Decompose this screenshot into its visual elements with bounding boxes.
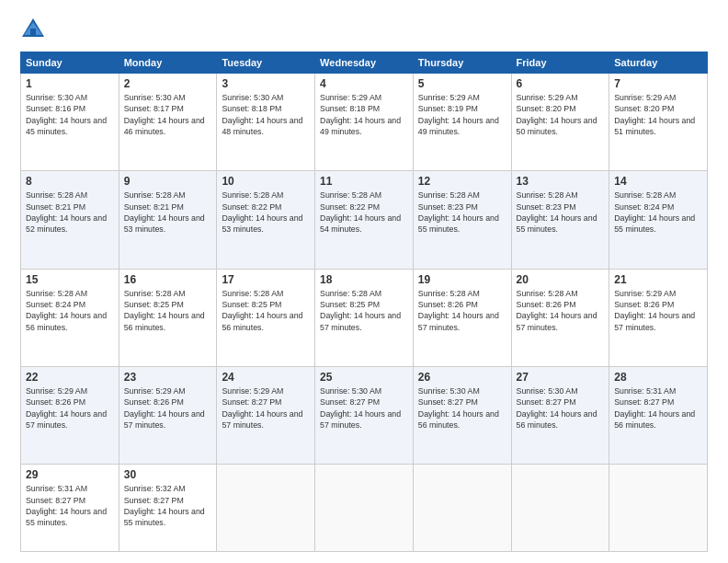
day-number: 16 (124, 273, 212, 286)
day-info: Sunrise: 5:28 AM Sunset: 8:25 PM Dayligh… (222, 288, 310, 333)
day-number: 18 (320, 273, 408, 286)
day-info: Sunrise: 5:31 AM Sunset: 8:27 PM Dayligh… (614, 385, 702, 431)
day-number: 3 (222, 77, 310, 90)
day-info: Sunrise: 5:28 AM Sunset: 8:21 PM Dayligh… (26, 190, 114, 235)
calendar-week-row: 29 Sunrise: 5:31 AM Sunset: 8:27 PM Dayl… (21, 465, 708, 552)
calendar-cell: 9 Sunrise: 5:28 AM Sunset: 8:21 PM Dayli… (119, 171, 217, 269)
calendar-week-row: 15 Sunrise: 5:28 AM Sunset: 8:24 PM Dayl… (21, 269, 708, 366)
day-info: Sunrise: 5:30 AM Sunset: 8:27 PM Dayligh… (320, 385, 408, 431)
page: SundayMondayTuesdayWednesdayThursdayFrid… (0, 0, 728, 563)
calendar-cell: 1 Sunrise: 5:30 AM Sunset: 8:16 PM Dayli… (21, 74, 119, 171)
day-number: 21 (614, 273, 702, 286)
calendar-cell: 25 Sunrise: 5:30 AM Sunset: 8:27 PM Dayl… (315, 367, 414, 465)
day-number: 24 (222, 371, 310, 384)
day-info: Sunrise: 5:29 AM Sunset: 8:26 PM Dayligh… (26, 385, 114, 431)
day-number: 6 (517, 77, 605, 90)
day-number: 13 (517, 175, 605, 188)
weekday-header-saturday: Saturday (609, 52, 708, 74)
weekday-header-wednesday: Wednesday (315, 52, 414, 74)
day-info: Sunrise: 5:30 AM Sunset: 8:27 PM Dayligh… (418, 385, 506, 431)
calendar-cell: 14 Sunrise: 5:28 AM Sunset: 8:24 PM Dayl… (609, 171, 708, 269)
day-number: 11 (320, 175, 408, 188)
day-info: Sunrise: 5:28 AM Sunset: 8:24 PM Dayligh… (26, 288, 114, 333)
weekday-header-sunday: Sunday (21, 52, 119, 74)
day-info: Sunrise: 5:29 AM Sunset: 8:26 PM Dayligh… (614, 288, 702, 333)
calendar-cell: 16 Sunrise: 5:28 AM Sunset: 8:25 PM Dayl… (119, 269, 217, 366)
calendar-cell: 10 Sunrise: 5:28 AM Sunset: 8:22 PM Dayl… (217, 171, 315, 269)
weekday-header-thursday: Thursday (413, 52, 511, 74)
calendar-cell: 7 Sunrise: 5:29 AM Sunset: 8:20 PM Dayli… (609, 74, 708, 171)
day-info: Sunrise: 5:30 AM Sunset: 8:17 PM Dayligh… (124, 92, 212, 137)
day-info: Sunrise: 5:30 AM Sunset: 8:27 PM Dayligh… (517, 385, 605, 431)
calendar-cell: 29 Sunrise: 5:31 AM Sunset: 8:27 PM Dayl… (21, 465, 119, 552)
day-info: Sunrise: 5:31 AM Sunset: 8:27 PM Dayligh… (26, 483, 114, 528)
svg-rect-2 (30, 29, 36, 37)
day-info: Sunrise: 5:28 AM Sunset: 8:23 PM Dayligh… (418, 190, 506, 235)
day-number: 10 (222, 175, 310, 188)
calendar-cell: 15 Sunrise: 5:28 AM Sunset: 8:24 PM Dayl… (21, 269, 119, 366)
calendar-cell: 27 Sunrise: 5:30 AM Sunset: 8:27 PM Dayl… (511, 367, 609, 465)
calendar-cell: 19 Sunrise: 5:28 AM Sunset: 8:26 PM Dayl… (413, 269, 511, 366)
calendar-cell: 20 Sunrise: 5:28 AM Sunset: 8:26 PM Dayl… (511, 269, 609, 366)
day-info: Sunrise: 5:28 AM Sunset: 8:24 PM Dayligh… (614, 190, 702, 235)
day-info: Sunrise: 5:29 AM Sunset: 8:19 PM Dayligh… (418, 92, 506, 137)
day-info: Sunrise: 5:28 AM Sunset: 8:25 PM Dayligh… (320, 288, 408, 333)
calendar: SundayMondayTuesdayWednesdayThursdayFrid… (20, 52, 708, 552)
day-number: 17 (222, 273, 310, 286)
day-number: 5 (418, 77, 506, 90)
calendar-cell (217, 465, 315, 552)
day-number: 19 (418, 273, 506, 286)
weekday-header-row: SundayMondayTuesdayWednesdayThursdayFrid… (21, 52, 708, 74)
day-number: 27 (517, 371, 605, 384)
day-number: 14 (614, 175, 702, 188)
day-info: Sunrise: 5:28 AM Sunset: 8:25 PM Dayligh… (124, 288, 212, 333)
calendar-cell (413, 465, 511, 552)
calendar-week-row: 8 Sunrise: 5:28 AM Sunset: 8:21 PM Dayli… (21, 171, 708, 269)
day-info: Sunrise: 5:28 AM Sunset: 8:21 PM Dayligh… (124, 190, 212, 235)
calendar-week-row: 1 Sunrise: 5:30 AM Sunset: 8:16 PM Dayli… (21, 74, 708, 171)
day-number: 23 (124, 371, 212, 384)
day-number: 28 (614, 371, 702, 384)
calendar-week-row: 22 Sunrise: 5:29 AM Sunset: 8:26 PM Dayl… (21, 367, 708, 465)
calendar-cell: 5 Sunrise: 5:29 AM Sunset: 8:19 PM Dayli… (413, 74, 511, 171)
calendar-cell: 26 Sunrise: 5:30 AM Sunset: 8:27 PM Dayl… (413, 367, 511, 465)
day-number: 4 (320, 77, 408, 90)
day-number: 9 (124, 175, 212, 188)
day-number: 1 (26, 77, 114, 90)
calendar-cell (609, 465, 708, 552)
day-number: 20 (517, 273, 605, 286)
weekday-header-tuesday: Tuesday (217, 52, 315, 74)
calendar-cell: 17 Sunrise: 5:28 AM Sunset: 8:25 PM Dayl… (217, 269, 315, 366)
calendar-cell: 18 Sunrise: 5:28 AM Sunset: 8:25 PM Dayl… (315, 269, 414, 366)
day-number: 7 (614, 77, 702, 90)
day-info: Sunrise: 5:29 AM Sunset: 8:20 PM Dayligh… (517, 92, 605, 137)
day-number: 2 (124, 77, 212, 90)
calendar-cell: 30 Sunrise: 5:32 AM Sunset: 8:27 PM Dayl… (119, 465, 217, 552)
day-info: Sunrise: 5:30 AM Sunset: 8:16 PM Dayligh… (26, 92, 114, 137)
day-info: Sunrise: 5:28 AM Sunset: 8:23 PM Dayligh… (517, 190, 605, 235)
calendar-cell: 6 Sunrise: 5:29 AM Sunset: 8:20 PM Dayli… (511, 74, 609, 171)
day-info: Sunrise: 5:32 AM Sunset: 8:27 PM Dayligh… (124, 483, 212, 528)
calendar-cell: 3 Sunrise: 5:30 AM Sunset: 8:18 PM Dayli… (217, 74, 315, 171)
day-info: Sunrise: 5:29 AM Sunset: 8:26 PM Dayligh… (124, 385, 212, 431)
day-info: Sunrise: 5:29 AM Sunset: 8:27 PM Dayligh… (222, 385, 310, 431)
day-info: Sunrise: 5:29 AM Sunset: 8:18 PM Dayligh… (320, 92, 408, 137)
calendar-cell (511, 465, 609, 552)
day-number: 29 (26, 468, 114, 481)
day-number: 30 (124, 468, 212, 481)
day-number: 25 (320, 371, 408, 384)
day-number: 22 (26, 371, 114, 384)
calendar-cell: 13 Sunrise: 5:28 AM Sunset: 8:23 PM Dayl… (511, 171, 609, 269)
calendar-cell: 23 Sunrise: 5:29 AM Sunset: 8:26 PM Dayl… (119, 367, 217, 465)
calendar-cell: 4 Sunrise: 5:29 AM Sunset: 8:18 PM Dayli… (315, 74, 414, 171)
day-info: Sunrise: 5:29 AM Sunset: 8:20 PM Dayligh… (614, 92, 702, 137)
day-number: 15 (26, 273, 114, 286)
calendar-cell: 22 Sunrise: 5:29 AM Sunset: 8:26 PM Dayl… (21, 367, 119, 465)
logo (20, 17, 51, 42)
calendar-cell (315, 465, 414, 552)
day-info: Sunrise: 5:28 AM Sunset: 8:26 PM Dayligh… (418, 288, 506, 333)
calendar-cell: 2 Sunrise: 5:30 AM Sunset: 8:17 PM Dayli… (119, 74, 217, 171)
day-number: 12 (418, 175, 506, 188)
day-info: Sunrise: 5:28 AM Sunset: 8:22 PM Dayligh… (320, 190, 408, 235)
header (20, 17, 708, 42)
